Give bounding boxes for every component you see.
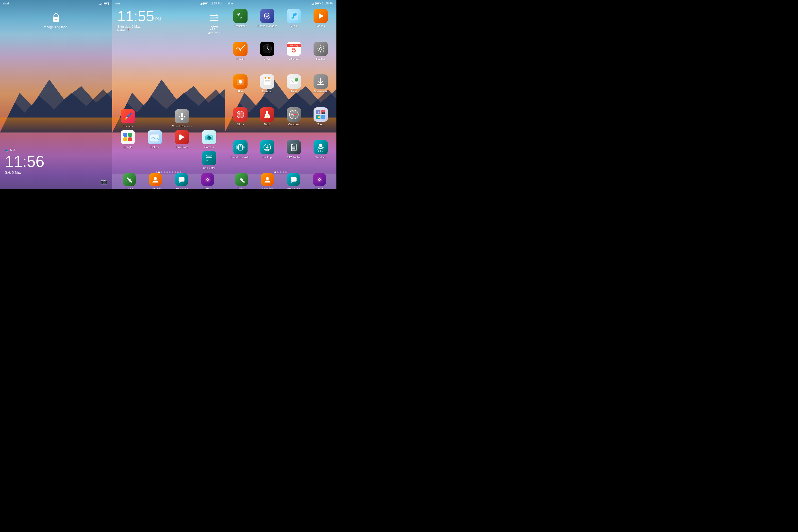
svg-point-113 [319,179,320,180]
drawer-email[interactable]: ✓ Email [281,74,307,106]
svg-rect-62 [240,83,241,83]
lock-signal [99,2,102,5]
drawer-mirror[interactable]: Mirror [228,108,253,139]
drawer-videos[interactable]: Videos [308,9,334,41]
lock-camera-icon[interactable]: 📷 [101,178,108,185]
svg-point-96 [240,145,241,147]
home-temp: 37° [208,25,220,32]
drawer-notepad[interactable]: Notepad [254,74,280,106]
drawer-music[interactable]: Music [281,9,307,41]
drawer-dock-chrome[interactable]: Chrome [313,173,326,189]
svg-text:📁: 📁 [318,115,321,119]
drawer-grid: 字 A Translator Phone Manager [227,7,335,174]
svg-point-74 [237,111,244,118]
home-screen: airtel 11:55 PM 11:55 PM Saturday, 5 May… [112,0,225,189]
lock-battery [104,2,109,5]
home-time-display: 11:55 PM [117,9,161,24]
home-dock: Dialler Contacts Messaging [112,174,225,189]
drawer-translator[interactable]: 字 A Translator [228,9,253,41]
svg-text:📷: 📷 [322,111,325,114]
home-clock-widget: 11:55 PM Saturday, 5 May Patna 📍 [117,9,161,32]
lock-carrier: airtel [3,2,9,5]
app-empty1 [142,109,168,128]
dock-contacts[interactable]: Contacts [149,173,162,189]
svg-rect-2 [0,117,112,132]
drawer-dock-contacts[interactable]: Contacts [261,173,274,189]
dock-chrome[interactable]: Chrome [201,173,214,189]
svg-rect-25 [207,134,209,136]
app-play-store[interactable]: Play Store [169,130,195,149]
drawer-signal [311,2,314,5]
drawer-page-dots [274,171,287,173]
drawer-downloads[interactable]: Downloads [308,74,334,106]
app-gallery[interactable]: Gallery [142,130,168,149]
drawer-settings[interactable]: Settings [308,42,334,73]
svg-point-40 [207,179,208,180]
svg-rect-30 [207,156,211,157]
svg-rect-100 [292,146,295,150]
lock-time: 11:56 [5,154,44,169]
home-signal [200,2,203,5]
app-calculator[interactable]: + − × = Calculator [196,151,222,169]
home-page-dots [156,171,182,173]
drawer-torch[interactable]: Torch [254,108,280,139]
drawer-clock[interactable]: Clock [254,42,280,73]
drawer-files[interactable]: Files [228,74,253,106]
drawer-backup[interactable]: Backup [254,140,280,172]
svg-text:A: A [240,16,242,19]
app-themes[interactable]: 🖌️ Themes [115,109,141,128]
drawer-smart-controller[interactable]: Smart Controller [228,140,253,172]
drawer-dock-dialler[interactable]: Dialler [235,173,248,189]
svg-rect-76 [266,111,268,114]
svg-marker-37 [178,182,182,183]
svg-point-104 [319,144,322,147]
svg-point-57 [320,48,322,50]
svg-point-18 [155,136,157,138]
lock-center: Recognising face... [43,12,70,29]
svg-point-35 [154,177,157,180]
app-sound-recorder[interactable]: Sound Recorder [169,109,195,128]
svg-rect-109 [291,177,297,182]
home-weather-icon [208,14,220,24]
home-status-bar: airtel 11:55 PM [112,0,225,7]
drawer-calendar[interactable]: Saturday 5 Calendar [281,42,307,73]
app-drawer: airtel 11:55 PM 字 A Translator [225,0,337,189]
svg-line-105 [318,150,319,152]
drawer-time-status: 11:55 PM [322,2,334,5]
svg-point-79 [266,116,268,117]
svg-rect-60 [240,81,241,81]
svg-point-24 [208,137,210,139]
dock-dialler[interactable]: Dialler [123,173,136,189]
lock-icon [51,12,61,23]
drawer-phone-manager[interactable]: Phone Manager [254,9,280,41]
lock-bottom: 👟 503 11:56 Sat, 5 May [5,148,44,174]
home-date: Saturday, 5 May [117,25,161,28]
svg-rect-65 [268,77,270,79]
drawer-sim-toolkit[interactable]: SIM Toolkit [281,140,307,172]
home-time-status: 11:55 PM [210,2,222,5]
drawer-compass[interactable]: N Compass [281,108,307,139]
svg-point-49 [292,17,293,19]
app-google[interactable]: Google [115,130,141,149]
location-pin-icon: 📍 [126,28,130,32]
app-empty5 [169,151,195,169]
svg-rect-50 [293,14,294,18]
drawer-tools[interactable]: ⚙ 📷 📁 🔧 Tools [308,108,334,139]
drawer-carrier: airtel [228,2,233,5]
drawer-dock-messaging[interactable]: Messaging [287,173,300,189]
svg-line-107 [323,150,323,152]
app-camera[interactable]: Camera [196,130,222,149]
app-empty2 [196,109,222,128]
drawer-health[interactable]: Health [228,42,253,73]
app-empty4 [142,151,168,169]
svg-rect-63 [264,78,271,86]
dock-messaging[interactable]: Messaging [175,173,188,189]
lock-screen: airtel Recognising face... 👟 503 [0,0,112,189]
drawer-weather[interactable]: Weather [308,140,334,172]
svg-text:⚙: ⚙ [318,111,320,114]
app-empty3 [115,151,141,169]
drawer-status-bar: airtel 11:55 PM [225,0,337,7]
svg-text:N: N [293,111,294,112]
lock-steps: 👟 503 [5,148,44,152]
svg-text:=: = [210,159,210,161]
